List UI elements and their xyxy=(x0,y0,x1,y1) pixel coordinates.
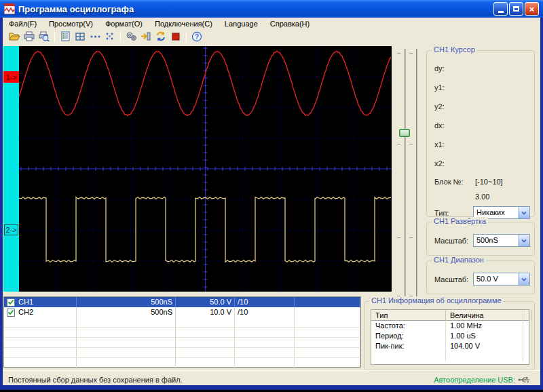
toolbar-separator xyxy=(54,31,55,42)
data-points-icon[interactable] xyxy=(88,31,102,43)
info-row-peak: Пик-пик: 104.00 V xyxy=(371,341,529,351)
maximize-button[interactable] xyxy=(509,2,523,16)
range-scale-select[interactable]: 50.0 V xyxy=(473,273,530,286)
info-row-frequency: Частота: 1.00 MHz xyxy=(371,321,529,331)
sweep-scale-value: 500nS xyxy=(474,235,518,246)
slider-tick xyxy=(397,144,400,144)
cursor-x1-label: x1: xyxy=(434,140,445,149)
minimize-button[interactable] xyxy=(493,2,508,16)
settings-gears-icon[interactable] xyxy=(124,31,138,43)
info-name: Частота: xyxy=(371,321,446,331)
cursor-dy-label: dy: xyxy=(434,64,445,73)
channels-table: CH1 500nS 50.0 V /10 CH2 500nS 10.0 V /1… xyxy=(3,296,361,368)
channel-row-ch1[interactable]: CH1 500nS 50.0 V /10 xyxy=(4,297,360,307)
chevron-down-icon[interactable] xyxy=(518,235,529,246)
info-name: Пик-пик: xyxy=(371,341,446,351)
print-preview-icon[interactable] xyxy=(37,31,52,43)
menu-format[interactable]: Формат(O) xyxy=(99,19,149,28)
print-icon[interactable] xyxy=(22,31,37,43)
cursor-x2-label: x2: xyxy=(434,159,445,168)
channel-marker-strip xyxy=(3,46,19,292)
channel2-checkbox[interactable] xyxy=(7,309,15,317)
usb-autodetect-label: Автоопределение USB: xyxy=(434,376,515,384)
slider-tick xyxy=(409,237,413,238)
cursor-dx-label: dx: xyxy=(434,121,445,130)
empty-row xyxy=(4,338,360,348)
empty-row xyxy=(4,328,360,338)
channel-probe: /10 xyxy=(235,297,295,307)
help-icon[interactable]: ? xyxy=(189,31,204,43)
app-window: Программа осциллографа × Файл(F) Просмот… xyxy=(0,0,543,392)
channel-row-ch2[interactable]: CH2 500nS 10.0 V /10 xyxy=(4,307,360,317)
menu-file[interactable]: Файл(F) xyxy=(3,19,43,28)
toolbar-separator xyxy=(186,31,187,42)
close-button[interactable]: × xyxy=(525,2,539,16)
toolbar: ? xyxy=(3,29,540,43)
sweep-scale-label: Масштаб: xyxy=(434,237,468,245)
range-scale-value: 50.0 V xyxy=(474,273,518,285)
cursor-panel-title: CH1 Курсор xyxy=(432,45,477,54)
oscilloscope-display[interactable] xyxy=(19,46,392,292)
range-scale-label: Масштаб: xyxy=(434,275,468,283)
titlebar: Программа осциллографа × xyxy=(0,0,543,18)
info-row-period: Период: 1.00 uS xyxy=(371,331,529,341)
chevron-down-icon[interactable] xyxy=(518,207,529,218)
status-message: Постоянный сбор данных без сохранения в … xyxy=(8,376,183,384)
sweep-scale-select[interactable]: 500nS xyxy=(473,234,530,247)
statusbar: Постоянный сбор данных без сохранения в … xyxy=(3,370,540,385)
window-title: Программа осциллографа xyxy=(18,4,134,14)
app-icon xyxy=(4,3,15,14)
sweep-panel-title: CH1 Развёртка xyxy=(432,217,488,225)
waveform-info-table: Тип Величина Частота: 1.00 MHz Период: 1… xyxy=(371,309,529,365)
waveform-info-title: CH1 Информация об осциллограмме xyxy=(369,296,504,305)
minimize-icon xyxy=(498,11,504,13)
slider-tick xyxy=(409,144,413,144)
cursor-type-label: Тип: xyxy=(434,209,449,217)
channel-name: CH2 xyxy=(18,307,33,317)
empty-row xyxy=(4,317,360,328)
cursor-y1-label: y1: xyxy=(434,83,445,92)
block-number-label: Блок №: xyxy=(434,178,463,186)
channel-range: 50.0 V xyxy=(176,297,235,307)
menu-connections[interactable]: Подключения(C) xyxy=(149,19,219,28)
toolbar-separator xyxy=(120,31,121,42)
connect-device-icon[interactable] xyxy=(138,31,153,43)
info-value: 1.00 MHz xyxy=(446,321,523,331)
menu-help[interactable]: Справка(H) xyxy=(264,19,316,28)
channel-sweep: 500nS xyxy=(77,307,176,317)
maximize-icon xyxy=(513,6,519,12)
range-panel-title: CH1 Диапазон xyxy=(432,256,486,264)
channel-name: CH1 xyxy=(18,297,33,307)
stop-acquisition-icon[interactable] xyxy=(168,31,183,43)
slider-tick xyxy=(409,53,413,54)
channel2-position-marker[interactable]: 2-> xyxy=(4,224,18,235)
menu-view[interactable]: Просмотр(V) xyxy=(43,19,99,28)
channel-probe: /10 xyxy=(235,307,295,317)
menu-language[interactable]: Language xyxy=(219,19,264,28)
vertical-slider-track-1[interactable] xyxy=(405,49,406,298)
chevron-down-icon[interactable] xyxy=(518,273,529,285)
block-number-value: 3.00 xyxy=(475,193,489,201)
usb-icon xyxy=(518,376,529,383)
info-col-value: Величина xyxy=(446,310,523,321)
window-frame-bottom xyxy=(0,385,543,390)
scatter-points-icon[interactable] xyxy=(102,31,117,43)
block-range-value: [-10~10] xyxy=(475,178,503,186)
svg-text:?: ? xyxy=(195,33,199,40)
slider-tick xyxy=(397,237,400,238)
vertical-slider-thumb[interactable] xyxy=(399,129,410,137)
info-name: Период: xyxy=(371,331,446,341)
cursor-y2-label: y2: xyxy=(434,102,445,111)
info-value: 104.00 V xyxy=(446,341,523,351)
channel-range: 10.0 V xyxy=(176,307,235,317)
vertical-slider-track-2[interactable] xyxy=(416,49,417,298)
refresh-sync-icon[interactable] xyxy=(153,31,168,43)
open-file-icon[interactable] xyxy=(7,31,22,43)
info-table-header: Тип Величина xyxy=(371,310,529,321)
report-list-icon[interactable] xyxy=(58,31,73,43)
channel1-checkbox[interactable] xyxy=(7,298,15,307)
grid-view-icon[interactable] xyxy=(73,31,88,43)
slider-tick xyxy=(397,53,400,54)
channel1-position-marker[interactable]: 1-> xyxy=(3,71,19,83)
close-icon: × xyxy=(529,5,535,14)
